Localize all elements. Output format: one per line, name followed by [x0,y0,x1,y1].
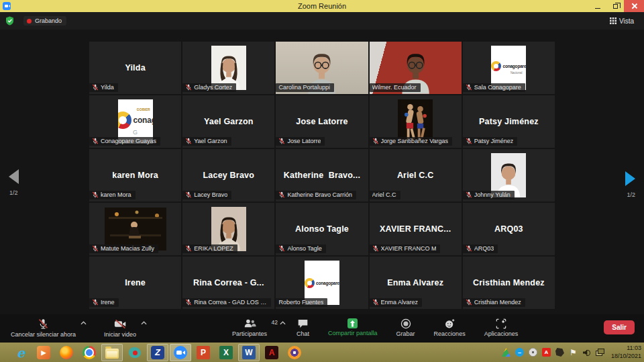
restore-icon [613,4,618,9]
participant-name-label: Katherine Bravo Carrión [276,191,356,199]
muted-mic-icon [185,138,192,144]
participant-tile[interactable]: Irene Irene [89,257,181,309]
meeting-header-bar: Grabando Vista [0,12,644,30]
antivirus-icon[interactable] [555,348,564,357]
start-video-label: Iniciar video [104,331,136,338]
muted-mic-icon [466,191,472,198]
volume-icon[interactable] [582,348,591,357]
participant-name-label: Jose Latorre [276,137,325,146]
chat-button[interactable]: Chat [297,318,309,337]
participant-tile[interactable]: Yilda Yilda [89,42,181,94]
participant-tile[interactable]: Jose Latorre Jose Latorre [276,95,368,148]
muted-mic-icon [278,191,285,198]
participant-tile[interactable]: XAVIER FRANC... XAVIER FRANCO M [370,203,462,255]
participant-tile[interactable]: karen Mora karen Mora [89,149,181,201]
record-label: Grabar [396,330,415,337]
participant-tile[interactable]: Carolina Portaluppi [276,42,368,94]
participant-name-label: Conagopare Guayas [89,137,160,146]
participant-name-label: Irene [89,298,119,307]
share-screen-icon [347,318,358,328]
close-button[interactable] [624,0,644,12]
restore-button[interactable] [606,0,624,12]
network-icon[interactable] [596,348,604,357]
media-player-icon[interactable]: ▶ [33,344,54,361]
participant-tile[interactable]: conagopare Roberto Fuentes [276,257,368,309]
file-explorer-icon[interactable] [101,344,123,361]
leave-meeting-button[interactable]: Salir [604,320,635,334]
participant-tile[interactable]: Yael Garzon Yael Garzon [182,95,274,148]
video-options-chevron-icon[interactable] [141,321,147,325]
muted-mic-icon [466,245,472,252]
muted-mic-icon [466,138,472,144]
participant-tile[interactable]: ERIKA LOPEZ [182,203,274,255]
participant-tile[interactable]: ARQ03 ARQ03 [463,203,555,255]
firefox-icon[interactable] [56,344,77,361]
participant-tile[interactable]: Lacey Bravo Lacey Bravo [182,149,274,201]
view-button[interactable]: Vista [606,16,637,26]
next-page-arrow[interactable] [625,171,635,186]
participant-tile[interactable]: GOBIERconagG Conagopare Guayas [89,95,181,148]
window-titlebar[interactable]: Zoom Reunión [0,0,644,12]
participant-name-label: XAVIER FRANCO M [370,244,441,253]
close-icon [631,3,637,9]
unmute-button[interactable]: Cancelar silenciar ahora [11,318,76,338]
zoom-icon[interactable] [170,344,191,361]
participants-chevron-icon[interactable] [280,321,286,325]
participant-tile[interactable]: Katherine Bravo... Katherine Bravo Carri… [276,149,368,201]
participant-tile[interactable]: Ariel C.C Ariel C.C [370,149,462,201]
participant-name-label: ARQ03 [463,244,498,253]
password-lock-icon[interactable] [284,344,305,361]
participants-button[interactable]: 42 Participantes [232,318,267,337]
participant-tile[interactable]: Matute Macias Zully [89,203,181,255]
onedrive-icon[interactable]: – [515,348,524,357]
participant-tile[interactable]: Jorge Santibañez Vargas [370,95,462,148]
participant-tile[interactable]: Alonso Tagle Alonso Tagle [276,203,368,255]
share-screen-button[interactable]: Compartir pantalla [328,318,378,337]
system-tray: –A⚑ [502,348,608,357]
muted-mic-icon [278,138,285,144]
participant-tile[interactable]: conagopareNacional Sala Conagopare [463,42,555,94]
internet-explorer-icon[interactable]: e [10,344,32,361]
apps-icon [496,318,506,329]
previous-page-arrow[interactable] [9,169,19,184]
participant-tile[interactable]: Wilmer. Ecuador [370,42,462,94]
participant-tile[interactable]: Rina Correa - G... Rina Correa - GAD LOS… [182,257,274,309]
participant-tile[interactable]: Enma Alvarez Enma Alvarez [370,257,462,309]
meeting-info-button[interactable] [5,16,14,26]
scanner-app-icon[interactable]: Z [147,344,168,361]
share-screen-label: Compartir pantalla [328,330,378,336]
record-button[interactable]: Grabar [396,318,415,337]
word-icon[interactable]: W [238,344,260,361]
recording-label: Grabando [35,17,62,24]
video-gallery: Yilda Yilda Gladys Cortez Carolina Porta… [0,30,644,314]
minimize-icon [595,8,600,9]
google-drive-icon[interactable] [502,348,511,357]
taskbar-clock[interactable]: 11:03 18/10/2021 [611,345,644,360]
start-video-button[interactable]: Iniciar video [104,318,136,338]
disc-icon[interactable] [529,348,537,357]
reactions-button[interactable]: Reacciones [434,318,466,337]
participant-name-label: Johnny Yulán [463,191,515,199]
chrome-icon[interactable] [78,344,100,361]
minimize-button[interactable] [589,0,606,12]
acrobat-icon[interactable]: A [261,344,282,361]
apps-button[interactable]: Aplicaciones [484,318,519,337]
muted-mic-icon [372,138,379,144]
excel-icon[interactable]: X [215,344,237,361]
participant-tile[interactable]: Johnny Yulán [463,149,555,201]
screen-recorder-icon[interactable] [124,344,146,361]
participant-tile[interactable]: Patsy Jiménez Patsy Jiménez [463,95,555,148]
view-label: Vista [619,17,634,25]
mute-options-chevron-icon[interactable] [80,321,87,325]
record-icon [400,318,411,329]
flag-icon[interactable]: ⚑ [569,348,578,357]
participant-tile[interactable]: Gladys Cortez [182,42,274,94]
participant-name-label: Yael Garzon [182,137,231,146]
muted-mic-icon [92,84,99,91]
acrobat-tray-icon[interactable]: A [542,348,551,357]
recording-indicator[interactable]: Grabando [23,16,66,26]
participant-tile[interactable]: Cristhian Mendez Cristhian Mendez [463,257,555,309]
participant-name-label: Cristhian Mendez [463,298,525,307]
participant-name-label: Gladys Cortez [182,83,236,92]
powerpoint-icon[interactable]: P [193,344,214,361]
